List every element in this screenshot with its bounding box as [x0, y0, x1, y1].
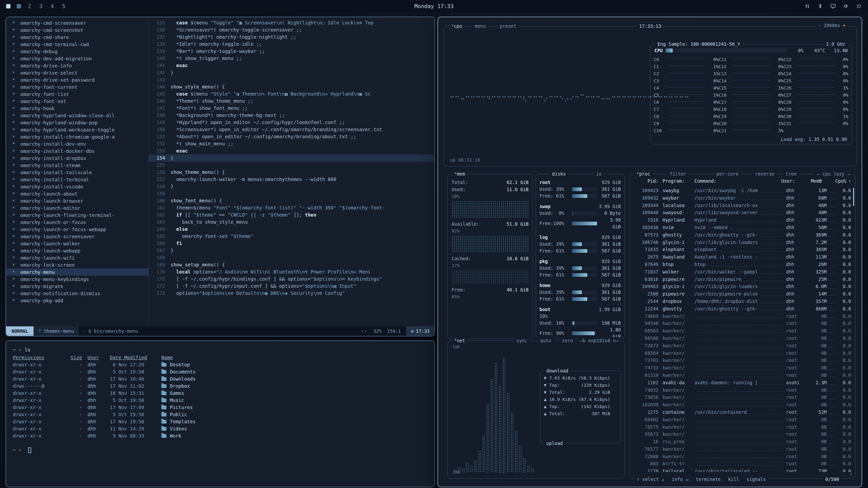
- process-row[interactable]: 72073 kworker/ root 0B 0.0: [633, 342, 851, 350]
- process-row[interactable]: 71837 walker /usr/bin/walker --gappl dhh…: [633, 268, 851, 276]
- workspace-item[interactable]: 3: [39, 3, 43, 9]
- file-list-item[interactable]: * omarchy-debug: [6, 48, 149, 55]
- process-row[interactable]: 81310 kworker/ root 0B 0.0: [633, 372, 851, 379]
- proc-sort-selector[interactable]: ← cpu lazy →: [814, 170, 852, 177]
- code-line[interactable]: 142 }: [149, 69, 434, 76]
- code-line[interactable]: 139 *Bar*) omarchy-toggle-waybar ;;: [149, 48, 434, 55]
- file-list-item[interactable]: * omarchy-install-tailscale: [6, 169, 149, 176]
- process-row[interactable]: 94540 kworker/ root 0B 0.0: [633, 320, 851, 327]
- process-row[interactable]: 68402 kworker/ root 0B 0.0: [633, 416, 851, 424]
- code-line[interactable]: 149 *Hyprland*) open_in_editor ~/.config…: [149, 119, 434, 126]
- process-row[interactable]: 73656 kworker/ root 0B 0.0: [633, 394, 851, 401]
- net-tab[interactable]: ³net: [452, 337, 468, 344]
- net-sync-toggle[interactable]: sync: [514, 337, 530, 344]
- file-list-item[interactable]: * omarchy-launch-or-focus: [6, 219, 149, 226]
- process-row[interactable]: 12244 ghostty /usr/bin/ghostty --gtk- dh…: [633, 305, 851, 313]
- process-row[interactable]: 2075 Xwayland Xwayland :1 -rootless - dh…: [633, 253, 851, 261]
- process-row[interactable]: 1275 containe /usr/bin/containerd root 5…: [633, 409, 851, 416]
- process-row[interactable]: 72088 kworker/ root 0B 0.0: [633, 453, 851, 461]
- code-line[interactable]: 151 *About*) open_in_editor ~/.config/om…: [149, 133, 434, 140]
- code-line[interactable]: 153 esac: [149, 147, 434, 155]
- file-list-item[interactable]: * omarchy-launch-browser: [6, 197, 149, 204]
- rate-increase-button[interactable]: +: [843, 23, 846, 28]
- file-list-item[interactable]: * omarchy-dev-add-migration: [6, 55, 149, 62]
- mem-tab[interactable]: ²mem: [452, 170, 468, 177]
- file-list-item[interactable]: * omarchy-install-vscode: [6, 183, 149, 190]
- code-line[interactable]: 143: [149, 76, 434, 83]
- cpu-tab[interactable]: ¹cpu: [449, 23, 465, 29]
- file-list-item[interactable]: * omarchy-menu: [6, 268, 149, 276]
- workspace-item[interactable]: 4: [50, 3, 55, 9]
- process-row[interactable]: 87649 btop btop dhh 26M 0.0: [633, 261, 851, 268]
- file-list-item[interactable]: * omarchy-pkg-add: [6, 297, 149, 304]
- code-line[interactable]: 147 *Font*) show_font_menu ;;: [149, 105, 434, 112]
- process-row[interactable]: 1170 tailscal /usr/sbin/tailscaled -- ro…: [633, 468, 851, 472]
- file-list-item[interactable]: * omarchy-launch-screensaver: [6, 233, 149, 240]
- file-list-item[interactable]: * omarchy-hyprland-window-pop: [6, 119, 149, 126]
- code-line[interactable]: 137 *Nightlight*) omarchy-toggle-nightli…: [149, 34, 434, 41]
- proc-tab[interactable]: ⁴proc: [634, 170, 653, 177]
- process-row[interactable]: 803 btrfs-tr root 0B 0.0: [633, 460, 851, 468]
- code-line[interactable]: 159: [149, 190, 434, 197]
- file-list-item[interactable]: * omarchy-hyprland-workspace-toggle: [6, 126, 149, 133]
- code-line[interactable]: 160 show_font_menu() {: [149, 197, 434, 204]
- process-row[interactable]: 68583 kworker/ root 0B 0.0: [633, 327, 851, 335]
- code-line[interactable]: 157 omarchy-launch-walker -m menus:omarc…: [149, 176, 434, 183]
- menu-button[interactable]: menu: [472, 23, 488, 29]
- file-list-item[interactable]: * omarchy-drive-info: [6, 62, 149, 69]
- code-line[interactable]: 154 }: [149, 155, 434, 162]
- file-list-item[interactable]: * omarchy-cmd-screenshot: [6, 26, 149, 34]
- file-list-item[interactable]: * omarchy-launch-floating-terminal-: [6, 211, 149, 219]
- code-line[interactable]: 161 theme=$(menu "Font" "$(omarchy-font-…: [149, 204, 434, 211]
- process-row[interactable]: 109432 waybar /usr/bin/waybar dhh 68M 0.…: [633, 195, 851, 202]
- file-list-item[interactable]: * omarchy-cmd-terminal-cwd: [6, 41, 149, 48]
- code-line[interactable]: 144 show_style_menu() {: [149, 83, 434, 90]
- code-line[interactable]: 172 [ -f ~/.config/hypr/input.conf ] && …: [149, 283, 434, 290]
- action-item[interactable]: terminate: [696, 476, 721, 482]
- process-row[interactable]: 79032 kworker/ root 0B 0.0: [633, 387, 851, 394]
- code-line[interactable]: 169 show_setup_menu() {: [149, 261, 434, 268]
- process-row[interactable]: 95673 kworker/ root 0B 0.0: [633, 431, 851, 438]
- code-line[interactable]: 155: [149, 162, 434, 169]
- net-interface-selector[interactable]: ←b enp191s0 n→: [577, 337, 621, 344]
- process-row[interactable]: 68584 kworker/ root 0B 0.0: [633, 350, 851, 357]
- file-list-item[interactable]: * omarchy-drive-set-password: [6, 76, 149, 83]
- process-row[interactable]: 2506 pipewire /usr/bin/pipewire-pulse dh…: [633, 290, 851, 298]
- file-list-item[interactable]: * omarchy-hyprland-window-close-all: [6, 112, 149, 119]
- proc-reverse-toggle[interactable]: reverse: [753, 170, 777, 177]
- code-line[interactable]: 173 options="$options\n≡ Defaults\n◉ DNS…: [149, 290, 434, 297]
- file-list-item[interactable]: * omarchy-install-docker-dbs: [6, 147, 149, 155]
- power-icon[interactable]: [856, 3, 862, 9]
- editor-window[interactable]: * omarchy-cmd-screensaver * omarchy-cmd-…: [5, 17, 435, 337]
- code-line[interactable]: 162 if [[ "$theme" == "CNCLD" || -z "$th…: [149, 211, 434, 219]
- process-row[interactable]: 74733 kworker/ root 0B 0.0: [633, 364, 851, 372]
- file-list-item[interactable]: * omarchy-install-terminal: [6, 176, 149, 183]
- process-row[interactable]: 87573 ghostty /usr/bin/ghostty --gtk- dh…: [633, 231, 851, 239]
- process-row[interactable]: 109440 swayosd- /usr/lib/swayosd-server …: [633, 209, 851, 217]
- btop-window[interactable]: ¹cpu menu preset 17:33:13 - 2000ms + ⠒⠒⠤…: [437, 17, 862, 487]
- file-list-item[interactable]: * omarchy-launch-editor: [6, 204, 149, 211]
- workspace-item[interactable]: 2: [27, 3, 32, 9]
- process-row[interactable]: 102099 kworker/ root 0B 0.0: [633, 401, 851, 409]
- display-icon[interactable]: [830, 3, 836, 9]
- code-line[interactable]: 150 *Screensaver*) open_in_editor ~/.con…: [149, 126, 434, 133]
- file-list-item[interactable]: * omarchy-launch-webapp: [6, 247, 149, 254]
- action-item[interactable]: kill: [728, 476, 739, 482]
- file-list-item[interactable]: * omarchy-launch-wifi: [6, 254, 149, 261]
- file-list-item[interactable]: * omarchy-menu-keybindings: [6, 276, 149, 283]
- code-line[interactable]: 167 }: [149, 247, 434, 254]
- net-zero-toggle[interactable]: zero: [559, 337, 575, 344]
- process-row[interactable]: 74869 kworker/ root 0B 0.0: [633, 313, 851, 320]
- file-list-item[interactable]: * omarchy-font-current: [6, 83, 149, 90]
- scroll-down-indicator[interactable]: ↓: [850, 471, 852, 476]
- code-editor[interactable]: 135 case $(menu "Toggle" "▣ Screensaver\…: [149, 17, 434, 326]
- file-list-item[interactable]: * omarchy-hook: [6, 105, 149, 112]
- workspace-icon[interactable]: [17, 4, 21, 8]
- clock[interactable]: Monday 17:33: [414, 3, 454, 9]
- proc-per-core-toggle[interactable]: per-core: [714, 170, 741, 177]
- process-row[interactable]: 106746 glycin-i /usr/lib/glycin-loaders …: [633, 239, 851, 246]
- proc-scrollbar-thumb[interactable]: [853, 188, 854, 206]
- file-list-item[interactable]: * omarchy-font-set: [6, 98, 149, 105]
- file-list-item[interactable]: * omarchy-notification-dismiss: [6, 290, 149, 297]
- process-row[interactable]: 109344 localsea /usr/lib/localsearch-ex …: [633, 202, 851, 209]
